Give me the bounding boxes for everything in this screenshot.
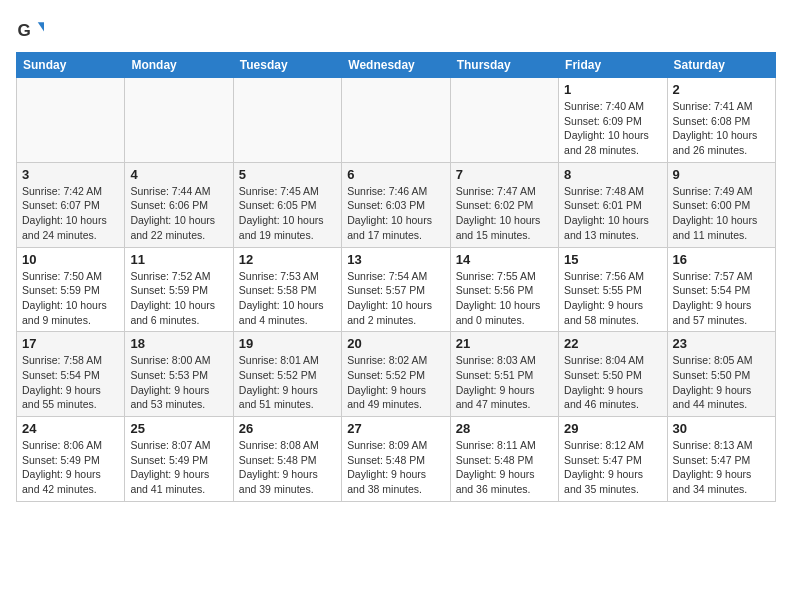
day-info: Sunrise: 7:56 AMSunset: 5:55 PMDaylight:… [564,269,661,328]
day-number: 17 [22,336,119,351]
svg-text:G: G [18,21,31,40]
day-number: 23 [673,336,770,351]
day-info: Sunrise: 7:57 AMSunset: 5:54 PMDaylight:… [673,269,770,328]
calendar-cell: 22Sunrise: 8:04 AMSunset: 5:50 PMDayligh… [559,332,667,417]
day-info: Sunrise: 8:06 AMSunset: 5:49 PMDaylight:… [22,438,119,497]
weekday-header-cell: Tuesday [233,53,341,78]
day-number: 20 [347,336,444,351]
logo-icon: G [16,16,44,44]
weekday-header-cell: Thursday [450,53,558,78]
calendar-cell: 15Sunrise: 7:56 AMSunset: 5:55 PMDayligh… [559,247,667,332]
calendar-cell: 4Sunrise: 7:44 AMSunset: 6:06 PMDaylight… [125,162,233,247]
calendar-cell: 25Sunrise: 8:07 AMSunset: 5:49 PMDayligh… [125,417,233,502]
day-number: 5 [239,167,336,182]
day-number: 6 [347,167,444,182]
calendar-cell: 27Sunrise: 8:09 AMSunset: 5:48 PMDayligh… [342,417,450,502]
calendar-cell: 24Sunrise: 8:06 AMSunset: 5:49 PMDayligh… [17,417,125,502]
calendar-cell [17,78,125,163]
calendar-week-row: 1Sunrise: 7:40 AMSunset: 6:09 PMDaylight… [17,78,776,163]
day-info: Sunrise: 8:02 AMSunset: 5:52 PMDaylight:… [347,353,444,412]
calendar-cell: 9Sunrise: 7:49 AMSunset: 6:00 PMDaylight… [667,162,775,247]
day-number: 14 [456,252,553,267]
day-info: Sunrise: 7:52 AMSunset: 5:59 PMDaylight:… [130,269,227,328]
day-info: Sunrise: 7:46 AMSunset: 6:03 PMDaylight:… [347,184,444,243]
day-info: Sunrise: 8:08 AMSunset: 5:48 PMDaylight:… [239,438,336,497]
day-number: 15 [564,252,661,267]
day-number: 22 [564,336,661,351]
weekday-header-cell: Sunday [17,53,125,78]
calendar-cell: 12Sunrise: 7:53 AMSunset: 5:58 PMDayligh… [233,247,341,332]
day-number: 18 [130,336,227,351]
calendar-week-row: 17Sunrise: 7:58 AMSunset: 5:54 PMDayligh… [17,332,776,417]
calendar-cell: 30Sunrise: 8:13 AMSunset: 5:47 PMDayligh… [667,417,775,502]
day-info: Sunrise: 7:42 AMSunset: 6:07 PMDaylight:… [22,184,119,243]
calendar-cell: 18Sunrise: 8:00 AMSunset: 5:53 PMDayligh… [125,332,233,417]
day-info: Sunrise: 7:49 AMSunset: 6:00 PMDaylight:… [673,184,770,243]
day-number: 26 [239,421,336,436]
day-info: Sunrise: 8:12 AMSunset: 5:47 PMDaylight:… [564,438,661,497]
day-info: Sunrise: 7:45 AMSunset: 6:05 PMDaylight:… [239,184,336,243]
day-number: 28 [456,421,553,436]
day-number: 1 [564,82,661,97]
calendar-cell: 16Sunrise: 7:57 AMSunset: 5:54 PMDayligh… [667,247,775,332]
day-number: 30 [673,421,770,436]
day-info: Sunrise: 8:04 AMSunset: 5:50 PMDaylight:… [564,353,661,412]
weekday-header-cell: Monday [125,53,233,78]
day-info: Sunrise: 7:58 AMSunset: 5:54 PMDaylight:… [22,353,119,412]
day-number: 9 [673,167,770,182]
calendar-cell [342,78,450,163]
calendar-cell: 8Sunrise: 7:48 AMSunset: 6:01 PMDaylight… [559,162,667,247]
calendar-cell: 2Sunrise: 7:41 AMSunset: 6:08 PMDaylight… [667,78,775,163]
day-number: 12 [239,252,336,267]
day-info: Sunrise: 7:44 AMSunset: 6:06 PMDaylight:… [130,184,227,243]
calendar-cell: 23Sunrise: 8:05 AMSunset: 5:50 PMDayligh… [667,332,775,417]
calendar-table: SundayMondayTuesdayWednesdayThursdayFrid… [16,52,776,502]
calendar-cell: 13Sunrise: 7:54 AMSunset: 5:57 PMDayligh… [342,247,450,332]
day-info: Sunrise: 7:50 AMSunset: 5:59 PMDaylight:… [22,269,119,328]
calendar-cell: 17Sunrise: 7:58 AMSunset: 5:54 PMDayligh… [17,332,125,417]
calendar-cell: 10Sunrise: 7:50 AMSunset: 5:59 PMDayligh… [17,247,125,332]
calendar-cell: 19Sunrise: 8:01 AMSunset: 5:52 PMDayligh… [233,332,341,417]
day-number: 4 [130,167,227,182]
day-number: 13 [347,252,444,267]
day-number: 16 [673,252,770,267]
weekday-header-cell: Friday [559,53,667,78]
calendar-cell: 21Sunrise: 8:03 AMSunset: 5:51 PMDayligh… [450,332,558,417]
svg-marker-1 [38,22,44,31]
calendar-week-row: 10Sunrise: 7:50 AMSunset: 5:59 PMDayligh… [17,247,776,332]
calendar-cell: 1Sunrise: 7:40 AMSunset: 6:09 PMDaylight… [559,78,667,163]
calendar-week-row: 24Sunrise: 8:06 AMSunset: 5:49 PMDayligh… [17,417,776,502]
day-info: Sunrise: 8:05 AMSunset: 5:50 PMDaylight:… [673,353,770,412]
calendar-cell: 20Sunrise: 8:02 AMSunset: 5:52 PMDayligh… [342,332,450,417]
calendar-cell [233,78,341,163]
calendar-cell: 5Sunrise: 7:45 AMSunset: 6:05 PMDaylight… [233,162,341,247]
logo: G [16,16,48,44]
day-info: Sunrise: 8:13 AMSunset: 5:47 PMDaylight:… [673,438,770,497]
calendar-cell [450,78,558,163]
weekday-header-row: SundayMondayTuesdayWednesdayThursdayFrid… [17,53,776,78]
calendar-cell: 3Sunrise: 7:42 AMSunset: 6:07 PMDaylight… [17,162,125,247]
calendar-cell: 26Sunrise: 8:08 AMSunset: 5:48 PMDayligh… [233,417,341,502]
page-header: G [16,16,776,44]
day-info: Sunrise: 7:41 AMSunset: 6:08 PMDaylight:… [673,99,770,158]
day-info: Sunrise: 8:01 AMSunset: 5:52 PMDaylight:… [239,353,336,412]
day-info: Sunrise: 8:07 AMSunset: 5:49 PMDaylight:… [130,438,227,497]
day-info: Sunrise: 7:48 AMSunset: 6:01 PMDaylight:… [564,184,661,243]
weekday-header-cell: Wednesday [342,53,450,78]
day-info: Sunrise: 7:47 AMSunset: 6:02 PMDaylight:… [456,184,553,243]
day-number: 2 [673,82,770,97]
day-number: 19 [239,336,336,351]
calendar-cell: 28Sunrise: 8:11 AMSunset: 5:48 PMDayligh… [450,417,558,502]
day-info: Sunrise: 7:40 AMSunset: 6:09 PMDaylight:… [564,99,661,158]
day-number: 27 [347,421,444,436]
calendar-body: 1Sunrise: 7:40 AMSunset: 6:09 PMDaylight… [17,78,776,502]
day-number: 25 [130,421,227,436]
day-number: 8 [564,167,661,182]
day-info: Sunrise: 7:53 AMSunset: 5:58 PMDaylight:… [239,269,336,328]
day-info: Sunrise: 8:03 AMSunset: 5:51 PMDaylight:… [456,353,553,412]
calendar-cell: 6Sunrise: 7:46 AMSunset: 6:03 PMDaylight… [342,162,450,247]
calendar-cell: 29Sunrise: 8:12 AMSunset: 5:47 PMDayligh… [559,417,667,502]
day-number: 7 [456,167,553,182]
calendar-cell: 7Sunrise: 7:47 AMSunset: 6:02 PMDaylight… [450,162,558,247]
calendar-cell: 14Sunrise: 7:55 AMSunset: 5:56 PMDayligh… [450,247,558,332]
